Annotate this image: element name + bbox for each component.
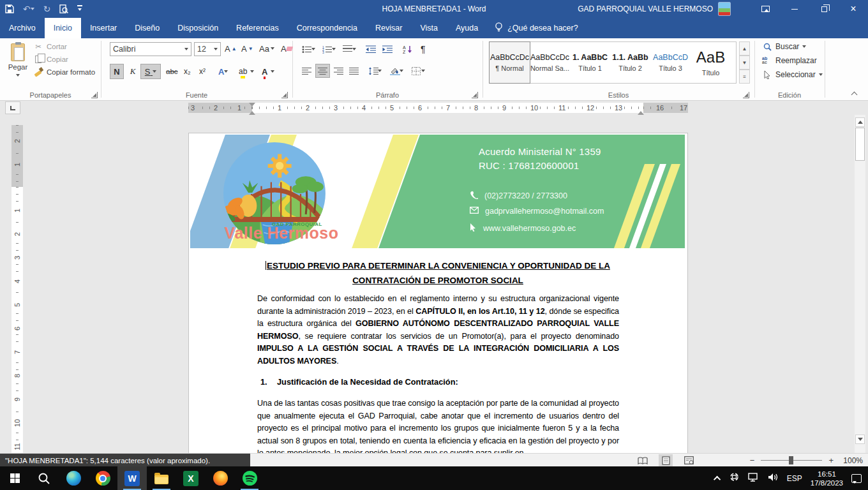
volume-tray-icon[interactable] — [768, 473, 779, 484]
line-spacing-button[interactable] — [366, 64, 384, 78]
document-area[interactable]: 2 1 1234567891011 — [0, 115, 868, 453]
taskbar-chrome[interactable] — [88, 466, 117, 490]
style-normal[interactable]: AaBbCcDc¶ Normal — [490, 42, 530, 83]
styles-scroll-down-icon[interactable]: ▼ — [739, 56, 750, 70]
styles-scroll-up-icon[interactable]: ▲ — [739, 41, 750, 56]
sort-button[interactable]: AZ — [401, 42, 415, 56]
ribbon-display-options-icon[interactable] — [751, 0, 780, 18]
change-case-button[interactable]: Aa — [259, 41, 274, 56]
status-info[interactable]: "HOJA MENBRETADA1": 5,144 caracteres (va… — [0, 454, 250, 467]
numbering-button[interactable]: 123 — [320, 42, 338, 56]
language-indicator[interactable]: ESP — [787, 474, 802, 483]
paste-button[interactable]: Pegar — [5, 41, 31, 91]
tab-insertar[interactable]: Insertar — [81, 18, 126, 38]
borders-button[interactable] — [410, 64, 427, 78]
scrollbar-thumb[interactable] — [855, 128, 865, 161]
taskbar-firefox[interactable] — [206, 466, 235, 490]
tab-correspondencia[interactable]: Correspondencia — [288, 18, 366, 38]
shrink-font-button[interactable]: A▼ — [241, 41, 253, 56]
hruler-text-area[interactable]: 1234567891011121314 — [252, 103, 643, 113]
hidden-icons-chevron-icon[interactable] — [714, 475, 721, 482]
vertical-scrollbar[interactable] — [855, 115, 865, 453]
cast-tray-icon[interactable] — [729, 472, 740, 484]
paragraph-dialog-launcher-icon[interactable] — [472, 92, 478, 98]
bold-button[interactable]: N — [110, 64, 124, 79]
save-icon[interactable] — [5, 4, 14, 13]
clock[interactable]: 16:5117/8/2023 — [811, 470, 843, 487]
taskbar-explorer[interactable] — [147, 466, 176, 490]
hruler-right-margin[interactable]: 16 17 — [643, 103, 688, 113]
format-painter-button[interactable]: Copiar formato — [33, 68, 95, 77]
print-layout-icon[interactable] — [659, 454, 673, 466]
tab-vista[interactable]: Vista — [411, 18, 447, 38]
select-button[interactable]: Seleccionar — [762, 70, 823, 79]
font-name-combo[interactable]: Calibri — [110, 42, 191, 56]
taskbar-edge[interactable] — [59, 466, 88, 490]
network-tray-icon[interactable] — [748, 473, 760, 484]
replace-button[interactable]: abacReemplazar — [762, 56, 823, 65]
taskbar-word[interactable]: W — [117, 466, 147, 490]
bullets-button[interactable] — [300, 42, 317, 56]
undo-icon[interactable]: ↶ — [23, 4, 34, 13]
close-icon[interactable]: × — [839, 0, 868, 18]
cut-button[interactable]: ✂Cortar — [33, 42, 95, 51]
scroll-up-icon[interactable] — [855, 117, 865, 127]
zoom-slider[interactable] — [761, 460, 822, 461]
customize-qat-icon[interactable] — [77, 5, 82, 13]
font-color-button[interactable]: A — [259, 64, 277, 79]
increase-indent-button[interactable] — [380, 42, 394, 56]
account-avatar[interactable] — [718, 2, 731, 16]
collapse-ribbon-icon[interactable] — [852, 93, 858, 96]
scroll-down-icon[interactable] — [855, 434, 865, 444]
paste-dropdown-icon[interactable] — [16, 74, 20, 78]
clipboard-dialog-launcher-icon[interactable] — [91, 92, 98, 98]
tab-disposicion[interactable]: Disposición — [168, 18, 227, 38]
styles-more-icon[interactable]: ≡ — [739, 70, 750, 84]
web-layout-icon[interactable] — [682, 454, 696, 466]
decrease-indent-button[interactable] — [364, 42, 377, 56]
restore-icon[interactable] — [809, 0, 839, 18]
zoom-out-icon[interactable]: − — [750, 456, 755, 465]
style-titulo-3[interactable]: AaBbCcDTítulo 3 — [650, 42, 691, 83]
tell-me-box[interactable]: ¿Qué desea hacer? — [487, 18, 586, 38]
zoom-level[interactable]: 100% — [840, 456, 863, 465]
style-titulo-1[interactable]: 1. AaBbCTítulo 1 — [570, 42, 610, 83]
grow-font-button[interactable]: A▲ — [225, 41, 237, 56]
right-indent-marker[interactable] — [638, 108, 644, 115]
tab-inicio[interactable]: Inicio — [45, 18, 81, 38]
underline-button[interactable]: S — [140, 64, 161, 79]
highlight-button[interactable]: ab — [236, 64, 257, 79]
taskbar-spotify[interactable] — [235, 466, 264, 490]
align-center-button[interactable] — [315, 64, 330, 78]
account-area[interactable]: GAD PARROQUIAL VALLE HERMOSO — [578, 0, 731, 18]
hruler-left-margin[interactable]: 3 2 1 — [188, 103, 252, 113]
tab-ayuda[interactable]: Ayuda — [447, 18, 487, 38]
hanging-indent-marker[interactable] — [249, 108, 255, 115]
pilcrow-button[interactable]: ¶ — [419, 42, 428, 56]
find-button[interactable]: Buscar — [762, 42, 823, 51]
justify-button[interactable] — [347, 64, 361, 78]
font-size-combo[interactable]: 12 — [194, 42, 221, 56]
strikethrough-button[interactable]: abc — [163, 64, 181, 79]
styles-dialog-launcher-icon[interactable] — [743, 92, 749, 98]
superscript-button[interactable]: x² — [197, 64, 208, 79]
zoom-in-icon[interactable]: + — [828, 456, 834, 465]
minimize-icon[interactable] — [780, 0, 809, 18]
taskbar-excel[interactable]: X — [176, 466, 206, 490]
shading-button[interactable] — [388, 64, 405, 78]
tab-diseno[interactable]: Diseño — [126, 18, 168, 38]
tab-archivo[interactable]: Archivo — [0, 18, 45, 38]
document-page[interactable]: GAD PARROQUIAL Valle Hermoso Acuerdo Min… — [188, 133, 688, 453]
start-button[interactable] — [0, 466, 29, 490]
multilevel-list-button[interactable] — [341, 42, 358, 56]
action-center-icon[interactable] — [851, 474, 862, 483]
font-dialog-launcher-icon[interactable] — [281, 92, 288, 98]
read-mode-icon[interactable] — [636, 454, 650, 466]
italic-button[interactable]: K — [126, 64, 139, 79]
clear-formatting-button[interactable]: A — [281, 41, 292, 56]
vruler[interactable]: 2 1 1234567891011 — [11, 125, 23, 453]
style-normal-sa[interactable]: AaBbCcDcNormal Sa... — [530, 42, 570, 83]
align-left-button[interactable] — [300, 64, 313, 78]
text-effects-button[interactable]: A — [216, 64, 230, 79]
subscript-button[interactable]: x₂ — [181, 64, 193, 79]
